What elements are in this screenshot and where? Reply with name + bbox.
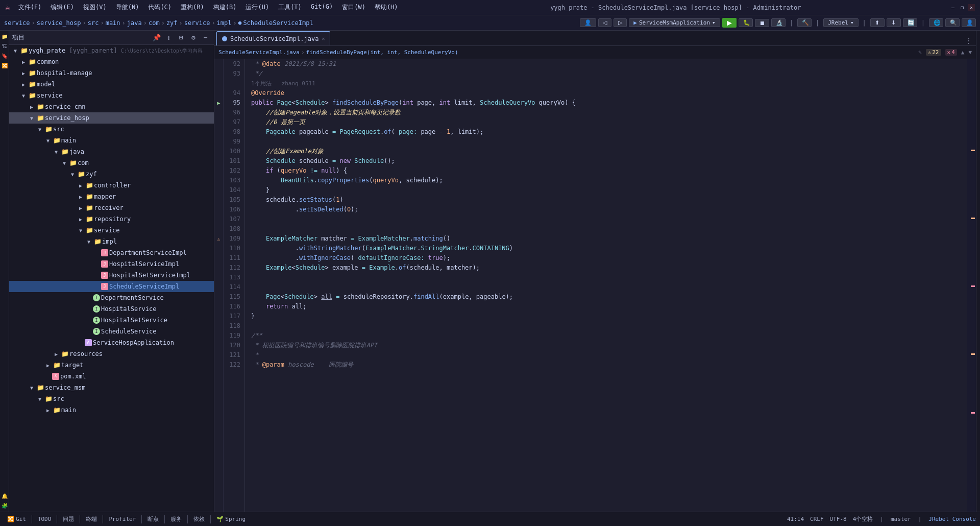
editor-menu-button[interactable]: ⋮ <box>964 37 974 44</box>
tree-item-hospital-manage[interactable]: ▶ 📁 hospital-manage <box>9 67 214 79</box>
menu-build[interactable]: 构建(B) <box>209 2 241 13</box>
sort-icon[interactable]: ↕ <box>164 34 174 41</box>
stop-button[interactable]: ⏹ <box>755 19 769 27</box>
menu-bar[interactable]: 文件(F) 编辑(E) 视图(V) 导航(N) 代码(C) 重构(R) 构建(B… <box>14 2 402 13</box>
tree-item-java[interactable]: ▼ 📁 java <box>9 146 214 157</box>
gutter-95[interactable]: ▶ <box>214 98 223 108</box>
breadcrumb-impl[interactable]: impl <box>217 19 232 27</box>
menu-edit[interactable]: 编辑(E) <box>46 2 78 13</box>
btb-services[interactable]: 服务 <box>167 514 185 524</box>
menu-refactor[interactable]: 重构(R) <box>177 2 208 13</box>
menu-nav[interactable]: 导航(N) <box>112 2 143 13</box>
git-pull-button[interactable]: ⬇ <box>887 18 901 27</box>
structure-icon[interactable]: 🏗 <box>2 43 7 49</box>
tab-schedule-service-impl[interactable]: ScheduleServiceImpl.java ✕ <box>216 31 330 45</box>
forward-button[interactable]: ▷ <box>614 18 627 27</box>
tree-item-schedule-service[interactable]: I ScheduleService <box>9 326 214 337</box>
run-config-dropdown[interactable]: ▶ ServiceMsmApplication ▾ <box>629 18 720 27</box>
menu-view[interactable]: 视图(V) <box>79 2 111 13</box>
gutter-109[interactable]: ⚠ <box>214 234 223 244</box>
coverage-button[interactable]: 🔬 <box>771 18 786 27</box>
menu-window[interactable]: 窗口(W) <box>338 2 370 13</box>
tree-item-schedule-service-impl[interactable]: J ScheduleServiceImpl <box>9 281 214 292</box>
btb-spring[interactable]: 🌱 Spring <box>213 515 249 523</box>
tree-item-department-service-impl[interactable]: J DepartmentServiceImpl <box>9 247 214 258</box>
tree-item-hospital-service[interactable]: I HospitalService <box>9 303 214 315</box>
breadcrumb-com[interactable]: com <box>149 19 160 27</box>
tree-item-hospital-set-service[interactable]: I HospitalSetService <box>9 315 214 326</box>
btb-profiler[interactable]: Profiler <box>106 515 139 523</box>
jrebel-console[interactable]: JRebel Console <box>928 516 976 522</box>
notifications-icon[interactable]: 🔔 <box>2 493 8 499</box>
tree-item-impl[interactable]: ▼ 📁 impl <box>9 236 214 247</box>
tree-item-hospital-service-impl[interactable]: J HospitalServiceImpl <box>9 258 214 270</box>
build-button[interactable]: 🔨 <box>797 18 812 27</box>
back-button[interactable]: ◁ <box>598 18 611 27</box>
minimize-button[interactable]: — <box>949 4 957 11</box>
plugins-icon[interactable]: 🧩 <box>2 503 8 509</box>
menu-git[interactable]: Git(G) <box>307 2 337 13</box>
minimize-panel-icon[interactable]: − <box>201 34 211 41</box>
btb-breakpoints[interactable]: 断点 <box>144 514 162 524</box>
scroll-down-button[interactable]: ▼ <box>968 49 972 56</box>
tree-item-common[interactable]: ▶ 📁 common <box>9 56 214 67</box>
settings-icon[interactable]: ⚙ <box>188 34 199 41</box>
tree-item-main-msm[interactable]: ▶ 📁 main <box>9 404 214 416</box>
menu-code[interactable]: 代码(C) <box>144 2 176 13</box>
pin-icon[interactable]: 📌 <box>152 34 162 41</box>
breadcrumb-service2[interactable]: service <box>184 19 210 27</box>
breadcrumb-service[interactable]: service <box>4 19 30 27</box>
debug-button[interactable]: 🐛 <box>739 18 753 27</box>
bc-file[interactable]: ScheduleServiceImpl.java <box>218 49 300 56</box>
git-update-button[interactable]: 🔄 <box>903 18 917 27</box>
tree-item-service-msm[interactable]: ▼ 📁 service_msm <box>9 382 214 393</box>
project-icon[interactable]: 📁 <box>2 34 8 39</box>
tree-item-src-msm[interactable]: ▼ 📁 src <box>9 393 214 404</box>
breadcrumb-zyf[interactable]: zyf <box>166 19 178 27</box>
git-push-button[interactable]: ⬆ <box>870 18 885 27</box>
tree-item-resources[interactable]: ▶ 📁 resources <box>9 348 214 360</box>
tree-item-mapper[interactable]: ▶ 📁 mapper <box>9 191 214 202</box>
tree-item-com[interactable]: ▼ 📁 com <box>9 157 214 169</box>
tree-item-service-dir[interactable]: ▼ 📁 service <box>9 225 214 236</box>
tree-item-pom[interactable]: X pom.xml <box>9 371 214 382</box>
tree-item-service-cmn[interactable]: ▶ 📁 service_cmn <box>9 101 214 112</box>
btb-problems[interactable]: 问题 <box>60 514 77 524</box>
vcs-button[interactable]: 👤 <box>580 18 596 27</box>
vcs-icon[interactable]: 🔀 <box>2 63 8 68</box>
window-controls[interactable]: — ❐ ✕ <box>949 4 975 11</box>
breadcrumb-java[interactable]: java <box>127 19 142 27</box>
breadcrumb-main[interactable]: main <box>106 19 120 27</box>
code-content[interactable]: * @date 2021/5/8 15:31 */ 1个用法zhang-0511… <box>245 59 967 512</box>
breadcrumb-src[interactable]: src <box>88 19 99 27</box>
menu-run[interactable]: 运行(U) <box>241 2 273 13</box>
menu-help[interactable]: 帮助(H) <box>371 2 402 13</box>
tree-item-target[interactable]: ▶ 📁 target <box>9 360 214 371</box>
tree-item-service-hosp-app[interactable]: A ServiceHospApplication <box>9 337 214 348</box>
menu-file[interactable]: 文件(F) <box>14 2 46 13</box>
close-button[interactable]: ✕ <box>968 4 975 11</box>
tree-item-service-hosp[interactable]: ▼ 📁 service_hosp <box>9 112 214 124</box>
tree-item-service[interactable]: ▼ 📁 service <box>9 90 214 101</box>
btb-git[interactable]: 🔀 Git <box>4 515 29 523</box>
breadcrumb-file[interactable]: ScheduleServiceImpl <box>243 19 313 27</box>
tree-item-hospital-set-service-impl[interactable]: J HospitalSetServiceImpl <box>9 270 214 281</box>
tree-item-repository[interactable]: ▶ 📁 repository <box>9 213 214 225</box>
bookmarks-icon[interactable]: 🔖 <box>2 53 8 59</box>
search-button[interactable]: 🔍 <box>945 18 960 27</box>
tab-close-button[interactable]: ✕ <box>322 36 325 41</box>
tree-item-yygh-prate[interactable]: ▼ 📁 yygh_prate [yygh_parent] C:\Users\tz… <box>9 45 214 56</box>
tree-item-src[interactable]: ▼ 📁 src <box>9 124 214 135</box>
scroll-up-button[interactable]: ▲ <box>961 49 965 56</box>
translate-button[interactable]: 🌐 <box>929 18 943 27</box>
tree-item-receiver[interactable]: ▶ 📁 receiver <box>9 202 214 213</box>
btb-todo[interactable]: TODO <box>35 515 55 523</box>
bc-method[interactable]: findScheduleByPage(int, int, ScheduleQue… <box>306 49 458 56</box>
tree-item-model[interactable]: ▶ 📁 model <box>9 79 214 90</box>
btb-dependencies[interactable]: 依赖 <box>190 514 208 524</box>
run-button[interactable]: ▶ <box>722 18 737 28</box>
collapse-icon[interactable]: ⊟ <box>176 34 186 41</box>
maximize-button[interactable]: ❐ <box>959 4 966 11</box>
account-button[interactable]: 👤 <box>962 18 976 27</box>
tree-item-zyf[interactable]: ▼ 📁 zyf <box>9 169 214 180</box>
